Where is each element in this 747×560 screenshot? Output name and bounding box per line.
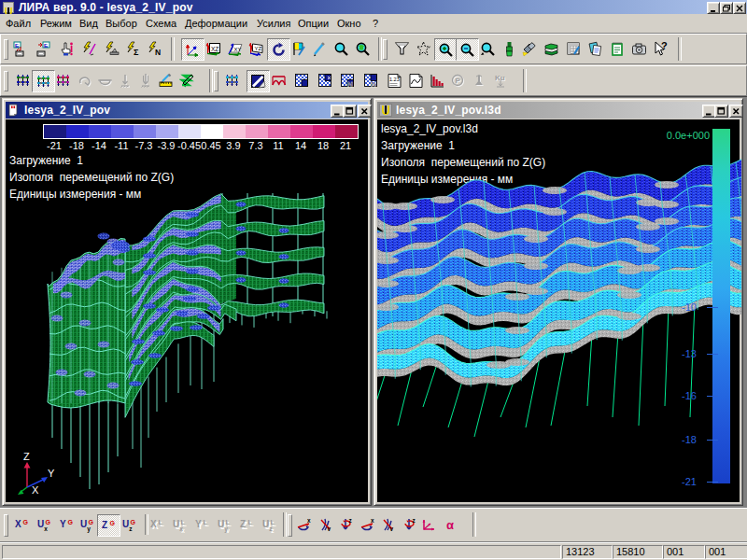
svg-text:XZ: XZ: [211, 45, 218, 51]
svg-text:y: y: [224, 525, 228, 533]
svg-text:XY: XY: [234, 46, 242, 51]
svg-text:?: ?: [661, 41, 668, 51]
svg-text:Σ: Σ: [134, 48, 139, 57]
svg-text:G: G: [89, 518, 94, 525]
svg-text:L: L: [204, 518, 208, 525]
svg-text:G: G: [131, 518, 136, 525]
svg-text:Z: Z: [102, 520, 107, 530]
svg-text:Б: Б: [44, 42, 49, 48]
svg-text:Z: Z: [240, 519, 246, 529]
svg-text:x: x: [371, 517, 374, 524]
svg-text:X: X: [15, 519, 21, 529]
svg-text:YZ: YZ: [255, 46, 262, 51]
svg-text:x: x: [44, 525, 48, 532]
svg-text:y: y: [87, 525, 91, 533]
svg-text:N: N: [155, 48, 161, 57]
svg-text:L: L: [226, 518, 231, 525]
svg-text:x: x: [179, 525, 183, 532]
svg-text:G: G: [23, 518, 29, 525]
svg-text:z: z: [129, 525, 133, 532]
svg-text:N: N: [347, 79, 353, 88]
svg-text:α: α: [446, 518, 454, 532]
svg-text:L: L: [181, 518, 186, 525]
svg-text:Y: Y: [195, 519, 202, 529]
svg-text:L: L: [248, 518, 253, 525]
svg-text:z: z: [349, 517, 353, 524]
svg-text:U: U: [122, 519, 129, 529]
svg-text:P: P: [456, 77, 461, 85]
svg-text:Ku: Ku: [495, 74, 505, 82]
svg-text:X: X: [150, 519, 157, 529]
svg-text:Y: Y: [60, 519, 66, 529]
svg-text:X: X: [32, 484, 39, 496]
svg-text:G: G: [68, 518, 74, 525]
svg-text:x: x: [307, 517, 311, 524]
svg-text:U: U: [262, 519, 269, 529]
svg-text:G: G: [46, 518, 51, 525]
svg-text:U: U: [218, 519, 224, 529]
svg-text:v: v: [390, 525, 394, 531]
svg-text:z: z: [413, 517, 416, 524]
svg-text:N: N: [371, 79, 376, 88]
svg-text:L: L: [271, 518, 275, 525]
svg-text:U: U: [80, 519, 87, 529]
svg-text:Y: Y: [48, 468, 55, 479]
svg-text:G: G: [110, 519, 116, 525]
svg-text:Z: Z: [23, 451, 30, 462]
svg-text:U: U: [173, 519, 179, 529]
svg-text:U: U: [37, 519, 44, 529]
svg-text:Б: Б: [15, 42, 20, 48]
svg-text:1.23: 1.23: [389, 77, 400, 82]
svg-text:v: v: [328, 525, 331, 531]
svg-text:L: L: [159, 518, 163, 525]
